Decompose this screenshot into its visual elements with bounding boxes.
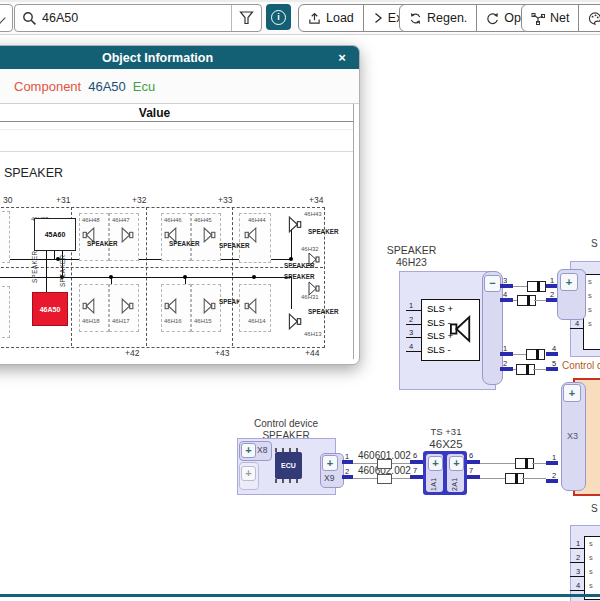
search-icon	[15, 11, 37, 26]
search-box	[14, 4, 262, 32]
load-label: Load	[326, 11, 354, 25]
preview-46h31: 46H31	[301, 294, 319, 300]
preview-46a50-selected-box[interactable]: 46A50	[32, 292, 68, 326]
net-label: Net	[550, 11, 569, 25]
pin-3: 3	[409, 329, 413, 337]
top-right-block-title: S	[591, 238, 598, 250]
speaker-icon	[450, 311, 472, 347]
object-information-dialog: Object Information Component 46A50 Ecu V…	[0, 45, 360, 365]
pin	[500, 284, 513, 288]
inline-connector-icon	[515, 458, 534, 469]
filter-button[interactable]	[232, 5, 261, 31]
toolbar: Load Extract Regen. Optimize	[0, 0, 600, 35]
palette-icon	[588, 12, 600, 25]
search-input[interactable]	[37, 10, 231, 26]
preview-46h45: 46H45	[194, 217, 212, 223]
expand-button-disabled[interactable]	[241, 466, 256, 481]
pin-4: 4	[409, 343, 413, 351]
collapse-button[interactable]	[484, 275, 501, 292]
expand-button[interactable]	[322, 455, 338, 471]
upload-icon	[308, 12, 321, 25]
info-button[interactable]	[266, 4, 291, 30]
chevron-right-icon	[373, 12, 383, 24]
load-button[interactable]: Load	[299, 5, 363, 31]
x8-label: X8	[257, 445, 267, 455]
expand-button[interactable]	[560, 273, 578, 291]
component-type: Ecu	[133, 79, 155, 94]
preview-46h43: 46H43	[304, 211, 322, 217]
component-id: 46A50	[88, 79, 126, 94]
speaker-46h23-title: SPEAKER 46H23	[364, 244, 459, 268]
pin-1: 1	[409, 302, 413, 310]
status-divider	[0, 594, 600, 597]
preview-46h14: 46H14	[248, 318, 266, 324]
pin-label-sls4: SLS -	[427, 344, 451, 355]
1a1-label: 1A1	[430, 471, 437, 491]
regen-label: Regen.	[427, 11, 467, 25]
inline-connector-icon	[526, 349, 545, 360]
chevron-down-icon	[0, 12, 6, 23]
wire-marker-icon	[377, 474, 392, 484]
preview-46h16: 46H16	[164, 318, 182, 324]
x3-label: X3	[567, 431, 578, 441]
component-label: Component	[14, 79, 81, 94]
inline-connector-icon	[527, 281, 546, 292]
circular-arrow-icon	[486, 12, 499, 25]
preview-46h48: 46H48	[82, 217, 100, 223]
inline-connector-icon	[505, 473, 524, 484]
inline-connector-icon	[517, 295, 536, 306]
expand-button[interactable]	[428, 456, 443, 471]
value-column-header: Value	[0, 104, 353, 122]
expand-button[interactable]	[449, 456, 464, 471]
dialog-title: Object Information	[102, 51, 213, 65]
preview-46h17: 46H17	[112, 318, 130, 324]
gray-button[interactable]: Gray	[579, 5, 600, 31]
wire-marker-icon	[377, 459, 392, 469]
preview-46h44: 46H44	[248, 217, 266, 223]
funnel-icon	[239, 11, 254, 25]
regenerate-button[interactable]: Regen.	[400, 5, 476, 31]
expand-button[interactable]	[563, 384, 581, 402]
ecu-chip-icon: ECU	[275, 452, 302, 479]
pin	[500, 367, 513, 371]
preview-46h15: 46H15	[194, 318, 212, 324]
refresh-icon	[409, 12, 422, 25]
network-icon	[531, 12, 545, 25]
wire	[513, 286, 527, 287]
ts-46x25-title: TS +31 46X25	[414, 427, 478, 451]
value-row-text[interactable]: I SPEAKER	[0, 166, 63, 180]
net-gray-group: Net Gray	[521, 4, 600, 32]
pin	[500, 352, 513, 356]
zoom-combobox-clipped[interactable]	[0, 4, 13, 32]
2a1-label: 2A1	[451, 471, 458, 491]
preview-46h13: 46H13	[304, 331, 322, 337]
preview-45a60-box[interactable]: 45A60	[34, 218, 76, 251]
preview-46h46: 46H46	[164, 217, 182, 223]
control-device-highlight-title: Control d	[562, 360, 600, 371]
pin	[500, 298, 513, 302]
info-icon	[271, 10, 286, 25]
dialog-header[interactable]: Object Information	[0, 46, 359, 69]
preview-46h18: 46H18	[82, 318, 100, 324]
bottom-right-block-title: S	[591, 503, 598, 515]
pin-label-sls2: SLS -	[427, 317, 451, 328]
wire	[534, 300, 546, 301]
component-row: Component 46A50 Ecu	[0, 69, 359, 104]
inline-connector-icon	[516, 364, 535, 375]
window-edge	[0, 0, 600, 2]
preview-46h47: 46H47	[112, 217, 130, 223]
schematic-preview[interactable]: 30 +31 +32 +33 +34 +42 +43 +44	[0, 191, 354, 361]
x9-label: X9	[324, 473, 334, 483]
net-button[interactable]: Net	[522, 5, 578, 31]
close-icon[interactable]	[335, 50, 349, 64]
expand-button[interactable]	[241, 443, 256, 458]
pin-2: 2	[409, 316, 413, 324]
